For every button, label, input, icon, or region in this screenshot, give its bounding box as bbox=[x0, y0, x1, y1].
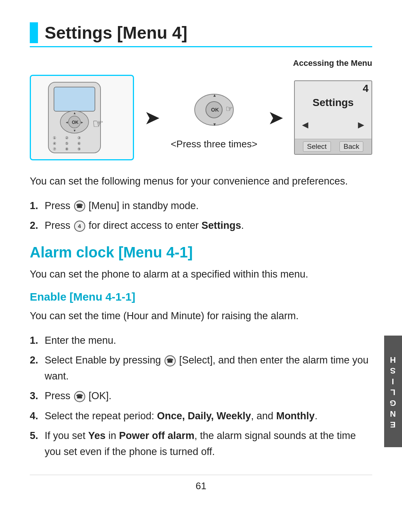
svg-text:⑧: ⑧ bbox=[65, 147, 68, 151]
svg-text:OK: OK bbox=[211, 107, 219, 113]
svg-text:▲: ▲ bbox=[213, 93, 217, 97]
svg-text:⑤: ⑤ bbox=[65, 141, 68, 145]
screen-left-arrow: ◄ bbox=[300, 119, 310, 131]
side-tab-text: ENGLISH bbox=[388, 354, 398, 429]
arrow1: ➤ bbox=[144, 106, 160, 129]
svg-text:►: ► bbox=[80, 121, 84, 124]
svg-text:⑦: ⑦ bbox=[53, 147, 56, 151]
select-icon: ☎ bbox=[165, 355, 176, 366]
4ghi-icon: 4 bbox=[74, 221, 85, 232]
enable-step-5: 5. If you set Yes in Power off alarm, th… bbox=[30, 428, 372, 460]
page-title: Settings [Menu 4] bbox=[45, 23, 187, 43]
enable-title: Enable [Menu 4-1-1] bbox=[30, 291, 372, 303]
svg-text:④: ④ bbox=[53, 141, 56, 145]
step-intro-1: 1. Press ☎ [Menu] in standby mode. bbox=[30, 198, 372, 214]
svg-text:▼: ▼ bbox=[213, 122, 217, 126]
enable-step-1: 1. Enter the menu. bbox=[30, 333, 372, 349]
svg-text:OK: OK bbox=[72, 120, 79, 125]
title-bar: Settings [Menu 4] bbox=[30, 22, 372, 47]
svg-text:▼: ▼ bbox=[73, 129, 76, 132]
arrow2: ➤ bbox=[268, 106, 284, 129]
diagram-row: OK ▲ ▼ ◄ ► ① ② ③ ④ ⑤ ⑥ ⑦ ⑧ ⑨ ☞ bbox=[30, 75, 372, 160]
screen-title: Settings bbox=[295, 94, 371, 111]
svg-text:①: ① bbox=[53, 136, 56, 140]
submenu-title: Alarm clock [Menu 4-1] bbox=[30, 244, 372, 261]
svg-text:☞: ☞ bbox=[92, 116, 103, 131]
intro-text: You can set the following menus for your… bbox=[30, 174, 372, 189]
ok-icon: ☎ bbox=[74, 391, 85, 402]
title-accent bbox=[30, 22, 38, 43]
ok-press-block: OK ▲ ▼ ☞ <Press three times> bbox=[171, 86, 258, 150]
enable-step-3: 3. Press ☎ [OK]. bbox=[30, 388, 372, 404]
side-tab: ENGLISH bbox=[384, 336, 402, 447]
screen-mockup: 4 Settings ◄ ► Select Back bbox=[294, 80, 372, 155]
svg-text:⑨: ⑨ bbox=[77, 147, 81, 151]
screen-right-arrow: ► bbox=[356, 119, 366, 131]
enable-steps-list: 1. Enter the menu. 2. Select Enable by p… bbox=[30, 333, 372, 460]
section-label: Accessing the Menu bbox=[30, 58, 372, 68]
svg-rect-1 bbox=[54, 87, 95, 111]
steps-intro-list: 1. Press ☎ [Menu] in standby mode. 2. Pr… bbox=[30, 198, 372, 234]
page-number: 61 bbox=[30, 475, 372, 492]
step-intro-2: 2. Press 4 for direct access to enter Se… bbox=[30, 218, 372, 234]
enable-step-4: 4. Select the repeat period: Once, Daily… bbox=[30, 408, 372, 424]
phone-illustration: OK ▲ ▼ ◄ ► ① ② ③ ④ ⑤ ⑥ ⑦ ⑧ ⑨ ☞ bbox=[30, 75, 134, 160]
submenu-intro: You can set the phone to alarm at a spec… bbox=[30, 267, 372, 282]
svg-text:◄: ◄ bbox=[65, 121, 68, 124]
svg-text:②: ② bbox=[65, 136, 68, 140]
svg-text:▲: ▲ bbox=[73, 111, 76, 115]
svg-text:③: ③ bbox=[77, 136, 81, 140]
enable-step-2: 2. Select Enable by pressing ☎ [Select],… bbox=[30, 352, 372, 384]
svg-text:⑥: ⑥ bbox=[77, 141, 81, 145]
enable-intro: You can set the time (Hour and Minute) f… bbox=[30, 308, 372, 324]
press-label: <Press three times> bbox=[171, 138, 258, 150]
svg-text:☞: ☞ bbox=[226, 104, 233, 113]
screen-number: 4 bbox=[363, 83, 368, 94]
menu-icon: ☎ bbox=[74, 201, 85, 212]
screen-back-btn: Back bbox=[339, 141, 363, 152]
screen-select-btn: Select bbox=[303, 141, 331, 152]
